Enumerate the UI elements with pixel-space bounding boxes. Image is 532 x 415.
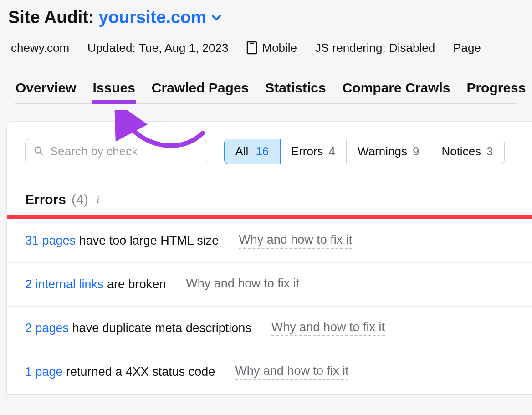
filter-all-count: 16 [256,144,269,159]
nav-tabs: Overview Issues Crawled Pages Statistics… [15,55,517,104]
filter-warnings-label: Warnings [358,144,407,159]
filter-warnings[interactable]: Warnings 9 [347,139,430,164]
search-input[interactable] [50,144,199,159]
fix-hint-link[interactable]: Why and how to fix it [239,233,352,249]
issue-link[interactable]: 31 pages [25,234,76,247]
filter-all[interactable]: All 16 [224,139,281,164]
js-rendering-label: JS rendering: Disabled [315,41,435,55]
issue-rest: have duplicate meta descriptions [69,321,251,335]
fix-hint-link[interactable]: Why and how to fix it [186,277,299,292]
issue-rest: returned a 4XX status code [63,365,215,379]
issue-row: 31 pages have too large HTML size Why an… [7,219,532,263]
updated-label: Updated: Tue, Aug 1, 2023 [87,41,228,55]
search-input-wrap[interactable] [25,139,207,164]
device-label: Mobile [262,41,297,55]
search-icon [34,146,44,158]
issues-panel: All 16 Errors 4 Warnings 9 Notices 3 Err… [6,121,532,395]
filter-notices[interactable]: Notices 3 [430,139,504,164]
filter-notices-label: Notices [441,144,481,159]
issue-rest: have too large HTML size [76,234,219,247]
device-info: Mobile [246,41,297,55]
issue-desc: 2 internal links are broken [25,277,166,292]
svg-rect-1 [250,43,254,45]
filter-segment: All 16 Errors 4 Warnings 9 Notices 3 [224,139,505,164]
page-title-row: Site Audit: yoursite.com [8,8,524,27]
filter-warnings-count: 9 [413,144,419,159]
info-icon[interactable]: i [97,193,100,205]
domain-name: yoursite.com [99,8,207,27]
issue-desc: 1 page returned a 4XX status code [25,365,215,379]
errors-divider [7,215,532,219]
page-label-truncated: Page [453,41,481,55]
chevron-down-icon [211,8,222,27]
page-title-prefix: Site Audit: [8,8,94,27]
tab-statistics[interactable]: Statistics [264,80,327,103]
mobile-icon [246,41,257,55]
filter-notices-count: 3 [486,144,493,159]
issue-link[interactable]: 1 page [25,365,63,379]
issue-row: 1 page returned a 4XX status code Why an… [7,350,532,394]
filter-errors[interactable]: Errors 4 [280,139,347,164]
filter-errors-label: Errors [291,144,323,159]
tab-overview[interactable]: Overview [15,80,77,103]
errors-section-count: (4) [72,192,88,207]
errors-section-header: Errors (4) i [7,164,532,215]
tab-progress[interactable]: Progress [466,80,527,103]
issue-link[interactable]: 2 internal links [25,277,104,291]
issue-row: 2 internal links are broken Why and how … [7,263,532,307]
fix-hint-link[interactable]: Why and how to fix it [271,320,385,336]
svg-line-3 [40,152,43,155]
issue-rest: are broken [104,277,166,291]
filter-all-label: All [235,144,249,159]
issue-link[interactable]: 2 pages [25,321,69,335]
filter-errors-count: 4 [329,144,335,159]
fix-hint-link[interactable]: Why and how to fix it [235,364,348,380]
issue-row: 2 pages have duplicate meta descriptions… [7,307,532,350]
tab-crawled-pages[interactable]: Crawled Pages [151,80,250,103]
project-domain[interactable]: chewy.com [11,41,69,55]
errors-section-title: Errors [25,192,66,207]
issue-desc: 2 pages have duplicate meta descriptions [25,321,251,335]
domain-dropdown[interactable]: yoursite.com [99,8,222,27]
meta-row: chewy.com Updated: Tue, Aug 1, 2023 Mobi… [8,27,524,55]
tab-compare-crawls[interactable]: Compare Crawls [342,80,451,103]
issue-desc: 31 pages have too large HTML size [25,234,219,248]
tab-issues[interactable]: Issues [92,80,136,103]
